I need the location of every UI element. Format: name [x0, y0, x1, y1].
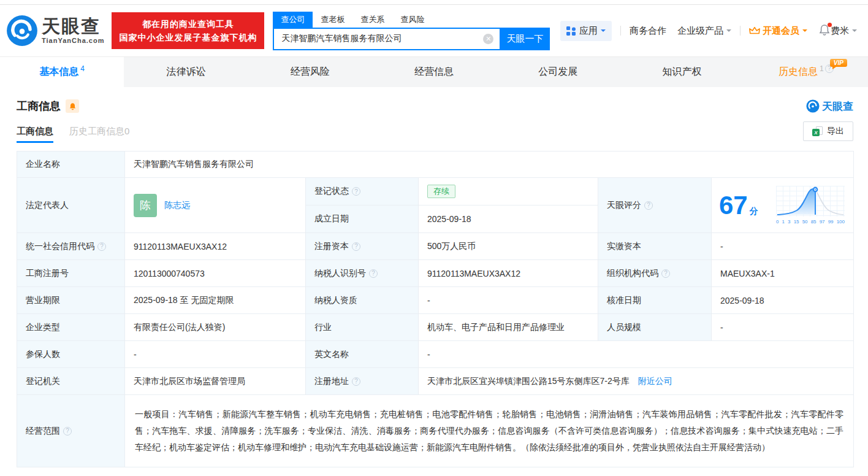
legal-rep-value: 陈 陈志远 — [125, 178, 306, 233]
english-name-value: - — [419, 341, 854, 368]
field-label: 实缴资本 — [598, 233, 712, 260]
legal-rep-link[interactable]: 陈志远 — [164, 200, 190, 211]
table-row: 企业类型 有限责任公司(法人独资) 行业 机动车、电子产品和日用产品修理业 人员… — [17, 314, 854, 341]
subscribe-bell-button[interactable] — [66, 99, 79, 113]
eye-logo-icon — [806, 99, 820, 113]
field-label: 参保人数 — [17, 341, 125, 368]
nearby-companies-link[interactable]: 附近公司 — [638, 376, 672, 386]
staff-size-value: - — [712, 314, 854, 341]
credit-code-value: 91120113MAEUX3AX12 — [125, 233, 306, 260]
help-icon[interactable] — [352, 187, 360, 196]
search-tab-relation[interactable]: 查关系 — [352, 12, 392, 28]
business-info-table: 企业名称 天津智鹏汽车销售服务有限公司 法定代表人 陈 陈志远 登记状态 存续 … — [17, 151, 854, 467]
tab-intellectual-property[interactable]: 知识产权 — [620, 57, 744, 87]
slogan-line2: 国家中小企业发展子基金旗下机构 — [119, 31, 257, 44]
eye-logo-icon — [6, 15, 38, 47]
subtab-business-info[interactable]: 工商信息 — [17, 126, 53, 137]
section-title: 工商信息 — [17, 99, 61, 113]
help-icon[interactable] — [369, 269, 378, 278]
tianyancha-logo[interactable]: 天眼查 TianYanCha.com — [6, 15, 104, 47]
search-tabs: 查公司 查老板 查关系 查风险 — [273, 12, 550, 28]
field-label: 天眼评分 — [598, 178, 712, 233]
notification-dot — [828, 23, 832, 27]
table-row: 营业期限 2025-09-18 至 无固定期限 纳税人资质 - 核准日期 202… — [17, 287, 854, 314]
search-tab-risk[interactable]: 查风险 — [392, 12, 432, 28]
table-row: 工商注册号 120113000740573 纳税人识别号 91120113MAE… — [17, 260, 854, 287]
company-name-value: 天津智鹏汽车销售服务有限公司 — [125, 152, 854, 178]
help-icon[interactable] — [97, 242, 106, 251]
score-distribution-chart: 01 315 5085 9799 100 — [776, 186, 846, 225]
business-term-value: 2025-09-18 至 无固定期限 — [125, 287, 306, 314]
field-label: 核准日期 — [598, 287, 712, 314]
field-label: 企业名称 — [17, 152, 125, 178]
menu-open-vip[interactable]: 开通会员 — [749, 25, 807, 37]
search-tab-boss[interactable]: 查老板 — [313, 12, 352, 28]
subtab-history-business-info[interactable]: 历史工商信息0 — [69, 126, 129, 137]
tyc-score-value: 67分 — [712, 178, 854, 233]
search-button[interactable]: 天眼一下 — [500, 28, 550, 50]
vip-badge: VIP — [830, 59, 847, 67]
help-icon[interactable] — [352, 377, 360, 386]
paid-capital-value: - — [712, 233, 854, 260]
section-header: 工商信息 天眼查 — [17, 96, 853, 117]
field-label: 统一社会信用代码 — [17, 233, 125, 260]
field-label: 纳税人识别号 — [306, 260, 419, 287]
help-icon[interactable] — [661, 269, 670, 278]
site-header: 天眼查 TianYanCha.com 都在用的商业查询工具 国家中小企业发展子基… — [0, 5, 868, 56]
field-label: 纳税人资质 — [306, 287, 419, 314]
menu-divider — [620, 26, 621, 36]
user-menu[interactable]: 费米 — [831, 25, 857, 37]
score-number: 67分 — [719, 193, 758, 218]
field-label: 组织机构代码 — [598, 260, 712, 287]
chevron-down-icon — [852, 29, 857, 34]
tab-company-development[interactable]: 公司发展 — [496, 57, 620, 87]
avatar[interactable]: 陈 — [134, 194, 157, 217]
menu-cooperation[interactable]: 商务合作 — [630, 25, 666, 37]
grid-icon — [566, 26, 576, 36]
field-label: 企业类型 — [17, 314, 125, 341]
taxpayer-id-value: 91120113MAEUX3AX12 — [419, 260, 598, 287]
field-label: 成立日期 — [306, 205, 419, 233]
reg-authority-value: 天津市北辰区市场监督管理局 — [125, 368, 306, 395]
field-label: 英文名称 — [306, 341, 419, 368]
field-label: 法定代表人 — [17, 178, 125, 233]
tab-basic-info[interactable]: 基本信息4 — [0, 57, 124, 87]
apps-menu[interactable]: 应用 — [560, 21, 612, 41]
top-divider — [0, 0, 868, 5]
tianyancha-watermark: 天眼查 — [806, 99, 853, 113]
table-row: 参保人数 - 英文名称 - — [17, 341, 854, 368]
table-row: 登记机关 天津市北辰区市场监督管理局 注册地址 天津市北辰区宜兴埠镇津围公路15… — [17, 368, 854, 395]
chevron-down-icon — [802, 29, 807, 34]
field-label: 营业期限 — [17, 287, 125, 314]
field-label: 人员规模 — [598, 314, 712, 341]
field-label: 登记机关 — [17, 368, 125, 395]
bell-icon — [69, 102, 77, 110]
score-axis: 01 315 5085 9799 100 — [776, 219, 845, 225]
help-icon[interactable] — [63, 427, 72, 436]
help-icon[interactable] — [644, 201, 653, 210]
approval-date-value: 2025-09-18 — [712, 287, 854, 314]
search-input[interactable] — [273, 28, 500, 50]
tab-operation-info[interactable]: 经营信息 — [372, 57, 496, 87]
tab-history-info[interactable]: 历史信息1 VIP — [744, 57, 868, 87]
establish-date-value: 2025-09-18 — [419, 205, 598, 233]
slogan-banner: 都在用的商业查询工具 国家中小企业发展子基金旗下机构 — [112, 12, 264, 49]
table-row: 企业名称 天津智鹏汽车销售服务有限公司 — [17, 152, 854, 178]
field-label: 行业 — [306, 314, 419, 341]
export-button[interactable]: 导出 — [803, 121, 853, 141]
notifications-bell[interactable] — [818, 24, 831, 38]
search-tab-company[interactable]: 查公司 — [273, 12, 313, 28]
reg-status-value: 存续 — [419, 178, 598, 205]
excel-icon — [812, 126, 823, 136]
taxpayer-qualification-value: - — [419, 287, 598, 314]
tab-legal-proceedings[interactable]: 法律诉讼 — [124, 57, 248, 87]
search-block: 查公司 查老板 查关系 查风险 天眼一下 — [273, 12, 550, 50]
menu-enterprise-products[interactable]: 企业级产品 — [677, 25, 731, 37]
insured-count-value: - — [125, 341, 306, 368]
chevron-down-icon — [726, 29, 731, 34]
reg-address-value: 天津市北辰区宜兴埠镇津围公路15号东侧库区7-2号库 附近公司 — [419, 368, 854, 395]
help-icon[interactable] — [352, 242, 360, 251]
chevron-down-icon — [601, 29, 606, 34]
clear-search-icon[interactable] — [483, 34, 493, 44]
tab-operation-risk[interactable]: 经营风险 — [248, 57, 372, 87]
